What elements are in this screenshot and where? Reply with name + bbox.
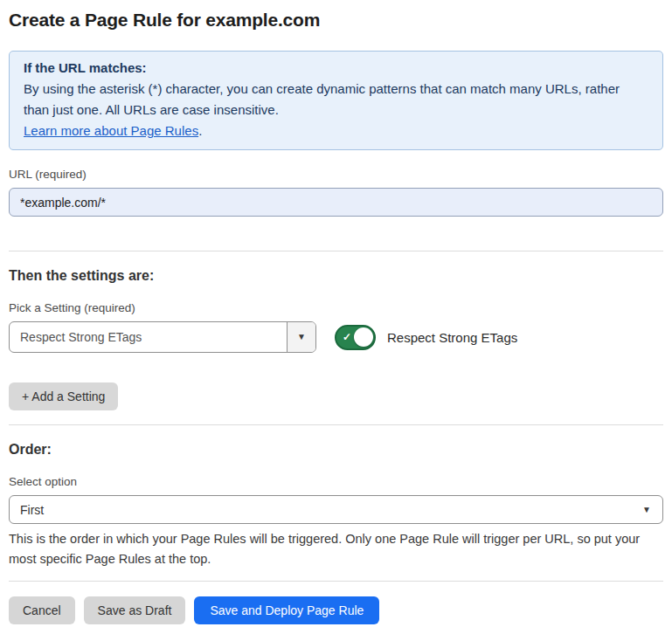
info-box-link-line: Learn more about Page Rules.	[24, 121, 648, 141]
url-input[interactable]	[9, 188, 663, 217]
info-box-heading: If the URL matches:	[24, 58, 648, 79]
setting-select[interactable]: Respect Strong ETags ▼	[9, 321, 316, 353]
section-divider	[9, 251, 663, 251]
url-label: URL (required)	[9, 168, 663, 181]
save-draft-button[interactable]: Save as Draft	[84, 596, 186, 624]
setting-row: Respect Strong ETags ▼ ✓ Respect Strong …	[9, 321, 663, 353]
check-icon: ✓	[343, 331, 351, 343]
footer-actions: Cancel Save as Draft Save and Deploy Pag…	[9, 596, 663, 624]
toggle-knob	[354, 327, 373, 347]
order-select-label: Select option	[9, 475, 663, 488]
url-match-info-box: If the URL matches: By using the asteris…	[9, 51, 663, 150]
toggle-group: ✓ Respect Strong ETags	[335, 325, 517, 350]
caret-down-icon: ▼	[642, 506, 662, 514]
settings-heading: Then the settings are:	[9, 268, 663, 284]
add-setting-button[interactable]: + Add a Setting	[9, 382, 118, 410]
respect-strong-etags-toggle[interactable]: ✓	[335, 325, 376, 350]
setting-picker-label: Pick a Setting (required)	[9, 301, 663, 314]
page-title: Create a Page Rule for example.com	[9, 0, 663, 31]
link-suffix: .	[198, 123, 202, 138]
setting-select-value: Respect Strong ETags	[10, 330, 287, 344]
section-divider	[9, 424, 663, 425]
footer-divider	[9, 581, 663, 582]
toggle-label: Respect Strong ETags	[387, 330, 517, 345]
caret-down-icon: ▼	[297, 333, 306, 341]
order-select[interactable]: First ▼	[9, 495, 663, 524]
order-description: This is the order in which your Page Rul…	[9, 529, 663, 569]
setting-select-caret-button[interactable]: ▼	[287, 322, 315, 352]
learn-more-link[interactable]: Learn more about Page Rules	[24, 123, 198, 138]
info-box-body: By using the asterisk (*) character, you…	[24, 79, 648, 121]
order-select-value: First	[10, 503, 642, 517]
cancel-button[interactable]: Cancel	[9, 596, 75, 624]
order-heading: Order:	[9, 442, 663, 458]
page-rule-form: Create a Page Rule for example.com If th…	[0, 0, 672, 624]
save-deploy-button[interactable]: Save and Deploy Page Rule	[194, 596, 379, 624]
